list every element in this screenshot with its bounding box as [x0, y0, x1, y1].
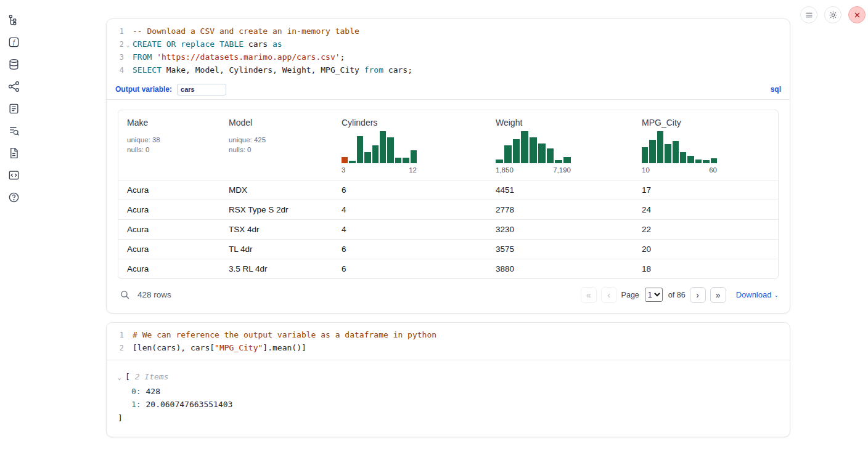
hist-min-label: 1,850 [496, 166, 514, 174]
hist-min-label: 3 [342, 166, 345, 174]
close-icon [853, 10, 862, 20]
documentation-icon[interactable] [6, 145, 21, 160]
table-cell: Acura [118, 259, 220, 278]
table-cell: 17 [633, 180, 778, 200]
hist-max-label: 60 [709, 166, 717, 174]
table-row: Acura 3.5 RL 4dr 6 3880 18 [118, 259, 778, 278]
table-cell: 3575 [487, 240, 633, 259]
table-cell: 3880 [487, 259, 633, 278]
code-line: 2 ⌄ CREATE OR replace TABLE cars as [107, 38, 790, 52]
code-line: 1 # We can reference the output variable… [107, 329, 790, 342]
pagination: « ‹ Page 1 of 86 › » [581, 287, 726, 303]
hamburger-icon [805, 10, 814, 20]
scratchpad-icon[interactable] [6, 101, 21, 116]
column-header-cylinders[interactable]: Cylinders 3 12 [333, 118, 487, 174]
table-cell: 24 [633, 200, 778, 219]
item-index: 0: [131, 387, 141, 396]
table-header: Make unique: 38 nulls: 0 Model unique: 4… [118, 110, 778, 180]
collapse-icon[interactable]: ⌄ [118, 371, 125, 385]
table-row: Acura RSX Type S 2dr 4 2778 24 [118, 200, 778, 219]
table-cell: 4 [333, 200, 487, 219]
table-cell: RSX Type S 2dr [220, 200, 333, 219]
table-cell: 2778 [487, 200, 633, 219]
table-cell: Acura [118, 240, 220, 259]
table-cell: 20 [633, 240, 778, 259]
column-header-weight[interactable]: Weight 1,850 7,190 [487, 118, 633, 174]
table-cell: 6 [333, 180, 487, 200]
data-table: Make unique: 38 nulls: 0 Model unique: 4… [118, 110, 779, 279]
dependency-graph-icon[interactable] [6, 79, 21, 94]
svg-text:f: f [13, 39, 16, 46]
first-page-button[interactable]: « [581, 287, 597, 303]
column-header-model[interactable]: Model unique: 425 nulls: 0 [220, 118, 333, 174]
file-explorer-icon[interactable] [6, 12, 21, 27]
download-button[interactable]: Download ⌄ [736, 290, 779, 299]
prev-page-button[interactable]: ‹ [601, 287, 617, 303]
table-cell: TL 4dr [220, 240, 333, 259]
table-cell: 6 [333, 259, 487, 278]
menu-button[interactable] [800, 6, 817, 23]
code-line: 3 FROM 'https://datasets.marimo.app/cars… [107, 51, 790, 64]
list-item: 0: 428 [118, 385, 779, 398]
page-total: of 86 [668, 291, 686, 299]
hist-min-label: 10 [642, 166, 650, 174]
column-header-mpg-city[interactable]: MPG_City 10 60 [633, 118, 778, 174]
row-count: 428 rows [137, 290, 171, 299]
help-icon[interactable] [6, 190, 21, 204]
snippets-icon[interactable] [6, 168, 21, 182]
item-value: 428 [145, 387, 160, 396]
topbar-actions [800, 6, 866, 23]
code-line: 1 -- Download a CSV and create an in-mem… [107, 25, 790, 38]
stat-nulls: nulls: 0 [127, 145, 211, 155]
output-variable-input[interactable] [177, 84, 226, 95]
cylinders-histogram [342, 131, 417, 163]
table-cell: 3.5 RL 4dr [220, 259, 333, 278]
shutdown-button[interactable] [848, 6, 866, 23]
page-label: Page [621, 291, 639, 299]
output-variable-bar: Output variable: sql [107, 83, 790, 100]
settings-button[interactable] [824, 6, 841, 23]
logs-icon[interactable] [6, 123, 21, 138]
chevron-down-icon: ⌄ [774, 292, 779, 298]
table-row: Acura TSX 4dr 4 3230 22 [118, 219, 778, 239]
sql-code-editor[interactable]: 1 -- Download a CSV and create an in-mem… [107, 19, 790, 83]
datasources-icon[interactable] [6, 57, 21, 71]
item-value: 20.060747663551403 [145, 400, 232, 409]
code-line: 2 [len(cars), cars["MPG_City"].mean()] [107, 342, 790, 355]
last-page-button[interactable]: » [710, 287, 726, 303]
line-number: 3 [107, 52, 124, 64]
item-index: 1: [131, 400, 141, 409]
table-cell: 22 [633, 220, 778, 239]
fold-chevron-icon[interactable]: ⌄ [124, 39, 132, 52]
table-cell: 4 [333, 220, 487, 239]
notebook-main: 1 -- Download a CSV and create an in-mem… [106, 0, 790, 437]
stat-unique: unique: 38 [127, 135, 211, 145]
mpg-city-histogram [642, 131, 717, 163]
output-variable-label: Output variable: [115, 85, 172, 94]
variables-icon[interactable]: f [6, 34, 21, 49]
page-select[interactable]: 1 [645, 288, 663, 302]
line-number: 2 [107, 39, 124, 51]
weight-histogram [496, 131, 571, 163]
column-header-make[interactable]: Make unique: 38 nulls: 0 [118, 118, 220, 174]
table-cell: 18 [633, 259, 778, 278]
table-cell: 4451 [487, 180, 633, 200]
open-bracket: [ [125, 372, 130, 381]
hist-max-label: 7,190 [553, 166, 571, 174]
table-cell: Acura [118, 180, 220, 200]
python-cell: 1 # We can reference the output variable… [106, 322, 790, 437]
line-number: 4 [107, 65, 124, 77]
search-button[interactable] [118, 288, 131, 302]
search-icon [120, 289, 130, 300]
list-item: 1: 20.060747663551403 [118, 398, 779, 411]
python-code-editor[interactable]: 1 # We can reference the output variable… [107, 323, 790, 360]
next-page-button[interactable]: › [690, 287, 706, 303]
table-cell: 6 [333, 240, 487, 259]
line-number: 1 [107, 26, 124, 38]
items-count: 2 Items [135, 372, 169, 381]
table-cell: MDX [220, 180, 333, 200]
hist-max-label: 12 [409, 166, 417, 174]
language-badge: sql [771, 85, 781, 94]
stat-nulls: nulls: 0 [229, 145, 324, 155]
left-sidebar: f [0, 0, 27, 449]
